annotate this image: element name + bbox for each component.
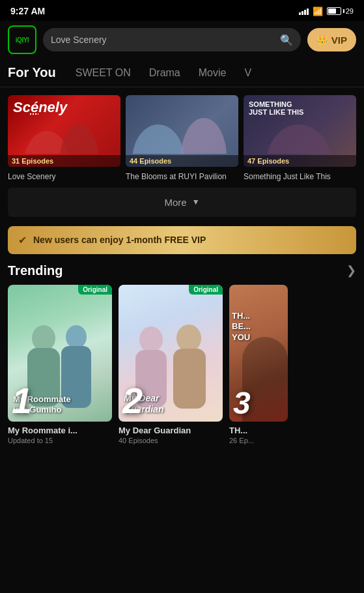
- crown-icon: 👑: [316, 35, 328, 45]
- chevron-down-icon: ▼: [192, 197, 200, 207]
- episodes-badge-2: 44 Episodes: [126, 155, 238, 167]
- trending-card-info-3: TH... 26 Ep...: [229, 422, 288, 444]
- original-badge-2: Original: [189, 285, 223, 295]
- trending-card-name-1: My Roommate i...: [8, 426, 112, 435]
- featured-title-3: Something Just Like This: [244, 172, 356, 182]
- rank-number-2: 2: [119, 383, 143, 422]
- wifi-icon: 📶: [313, 7, 323, 16]
- svg-point-7: [66, 325, 87, 349]
- vip-banner-text: New users can enjoy 1-month FREE VIP: [33, 235, 206, 245]
- featured-card-3[interactable]: SOMETHINGJUST LIKE THIS 47 Episodes: [244, 95, 356, 167]
- battery-icon: 29: [327, 7, 354, 15]
- trending-header: Trending ❯: [0, 263, 364, 285]
- featured-card-2[interactable]: 44 Episodes: [126, 95, 238, 167]
- search-icon[interactable]: 🔍: [280, 34, 293, 46]
- rank-number-3: 3: [229, 388, 251, 422]
- svg-point-11: [176, 325, 201, 352]
- trending-card-3[interactable]: TH...BE...YOU 3 TH... 26 Ep...: [229, 285, 288, 444]
- tab-sweet-on[interactable]: SWEET ON: [66, 59, 140, 87]
- svg-point-3: [181, 118, 227, 154]
- featured-titles: Love Scenery The Blooms at RUYI Pavilion…: [8, 172, 356, 182]
- featured-title-1: Love Scenery: [8, 172, 120, 182]
- trending-card-info-2: My Dear Guardian 40 Episodes: [119, 422, 223, 444]
- trending-card-2[interactable]: Original My DearGuardian 2 M: [119, 285, 223, 444]
- tab-for-you[interactable]: For You: [8, 59, 66, 87]
- vip-button[interactable]: 👑 VIP: [307, 28, 356, 51]
- search-bar[interactable]: Love Scenery 🔍: [43, 28, 301, 51]
- episodes-badge-1: 31 Episodes: [8, 155, 120, 167]
- tab-movie[interactable]: Movie: [189, 59, 236, 87]
- trending-thumb-3: TH...BE...YOU 3: [229, 285, 288, 422]
- trending-card-name-3: TH...: [229, 426, 288, 435]
- logo-text: iQIYI: [16, 36, 29, 44]
- card3-title: SOMETHINGJUST LIKE THIS: [249, 100, 351, 116]
- trending-section: Trending ❯ Original: [0, 263, 364, 444]
- original-badge-1: Original: [78, 285, 112, 295]
- tab-v[interactable]: V: [235, 59, 260, 87]
- status-time: 9:27 AM: [10, 6, 45, 16]
- featured-card-1[interactable]: Scénely 31 Episodes: [8, 95, 120, 167]
- trending-title: Trending: [8, 263, 63, 278]
- featured-section: Scénely 31 Episodes: [0, 87, 364, 188]
- trending-thumb-2: Original My DearGuardian 2: [119, 285, 223, 422]
- status-bar: 9:27 AM 📶 29: [0, 0, 364, 21]
- vip-banner[interactable]: ✔ New users can enjoy 1-month FREE VIP: [8, 226, 356, 254]
- trending-thumb-1: Original My Roommateis a Gumiho: [8, 285, 112, 422]
- svg-point-2: [132, 124, 184, 154]
- more-label: More: [164, 197, 186, 208]
- vip-label: VIP: [331, 35, 347, 46]
- status-icons: 📶 29: [299, 7, 354, 16]
- vip-banner-icon: ✔: [18, 234, 27, 246]
- battery-level: 29: [346, 7, 354, 15]
- trending-card-sub-3: 26 Ep...: [229, 437, 288, 444]
- svg-point-4: [266, 124, 331, 154]
- svg-point-5: [32, 325, 55, 351]
- more-button[interactable]: More ▼: [8, 188, 356, 217]
- trending-card-name-2: My Dear Guardian: [119, 426, 223, 435]
- search-placeholder: Love Scenery: [51, 35, 275, 45]
- svg-point-9: [139, 326, 163, 353]
- featured-row: Scénely 31 Episodes: [8, 95, 356, 167]
- trending-card-info-1: My Roommate i... Updated to 15: [8, 422, 112, 444]
- chevron-right-icon[interactable]: ❯: [346, 263, 356, 278]
- tab-drama[interactable]: Drama: [140, 59, 189, 87]
- featured-title-2: The Blooms at RUYI Pavilion: [126, 172, 238, 182]
- svg-point-1: [60, 124, 99, 154]
- episodes-badge-3: 47 Episodes: [244, 155, 356, 167]
- signal-icon: [299, 7, 309, 15]
- app-header: iQIYI Love Scenery 🔍 👑 VIP: [0, 21, 364, 59]
- rank-number-1: 1: [8, 383, 32, 422]
- trending-card-1[interactable]: Original My Roommateis a Gumiho: [8, 285, 112, 444]
- trending-row: Original My Roommateis a Gumiho: [0, 285, 364, 444]
- iqiyi-logo[interactable]: iQIYI: [8, 25, 36, 54]
- trending-card-sub-2: 40 Episodes: [119, 437, 223, 444]
- trending-card-sub-1: Updated to 15: [8, 437, 112, 444]
- nav-tabs: For You SWEET ON Drama Movie V: [0, 59, 364, 87]
